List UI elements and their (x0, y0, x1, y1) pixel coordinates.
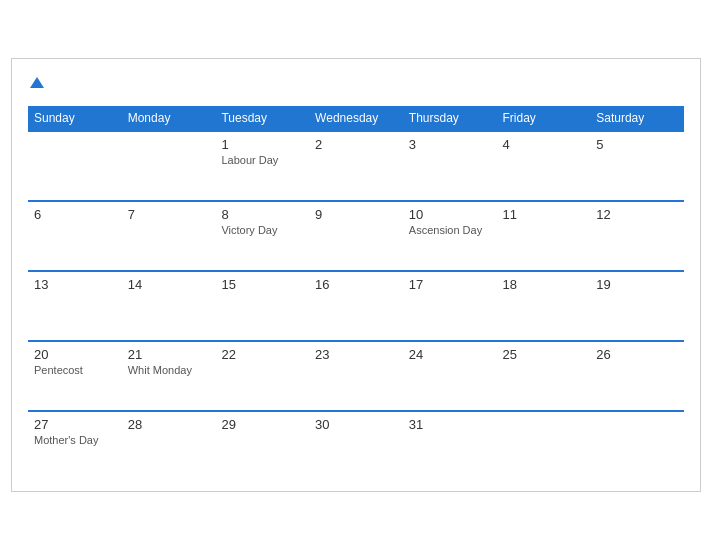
day-cell: 17 (403, 271, 497, 341)
day-number: 27 (34, 417, 116, 432)
day-cell: 30 (309, 411, 403, 481)
weekday-sunday: Sunday (28, 106, 122, 131)
day-number: 15 (221, 277, 303, 292)
day-number: 14 (128, 277, 210, 292)
weekday-friday: Friday (497, 106, 591, 131)
day-cell: 9 (309, 201, 403, 271)
day-number: 3 (409, 137, 491, 152)
day-cell: 19 (590, 271, 684, 341)
day-cell: 28 (122, 411, 216, 481)
day-cell: 3 (403, 131, 497, 201)
day-cell: 12 (590, 201, 684, 271)
day-number: 5 (596, 137, 678, 152)
day-number: 2 (315, 137, 397, 152)
week-row-4: 27Mother's Day28293031 (28, 411, 684, 481)
day-number: 1 (221, 137, 303, 152)
day-cell (497, 411, 591, 481)
weekday-header-row: SundayMondayTuesdayWednesdayThursdayFrid… (28, 106, 684, 131)
day-number: 11 (503, 207, 585, 222)
day-number: 19 (596, 277, 678, 292)
week-row-3: 20Pentecost21Whit Monday2223242526 (28, 341, 684, 411)
day-cell: 26 (590, 341, 684, 411)
calendar: SundayMondayTuesdayWednesdayThursdayFrid… (11, 58, 701, 492)
day-cell: 15 (215, 271, 309, 341)
day-cell: 22 (215, 341, 309, 411)
day-cell: 13 (28, 271, 122, 341)
day-cell: 11 (497, 201, 591, 271)
holiday-name: Pentecost (34, 364, 116, 376)
weekday-tuesday: Tuesday (215, 106, 309, 131)
day-cell: 27Mother's Day (28, 411, 122, 481)
logo-triangle-icon (30, 77, 44, 88)
day-number: 29 (221, 417, 303, 432)
week-row-0: 1Labour Day2345 (28, 131, 684, 201)
day-number: 8 (221, 207, 303, 222)
day-cell: 14 (122, 271, 216, 341)
day-cell: 24 (403, 341, 497, 411)
holiday-name: Whit Monday (128, 364, 210, 376)
day-number: 31 (409, 417, 491, 432)
day-number: 28 (128, 417, 210, 432)
day-number: 17 (409, 277, 491, 292)
logo (28, 75, 44, 92)
week-row-2: 13141516171819 (28, 271, 684, 341)
day-number: 16 (315, 277, 397, 292)
day-number: 23 (315, 347, 397, 362)
weekday-thursday: Thursday (403, 106, 497, 131)
day-cell: 20Pentecost (28, 341, 122, 411)
holiday-name: Labour Day (221, 154, 303, 166)
day-cell: 6 (28, 201, 122, 271)
day-number: 12 (596, 207, 678, 222)
weekday-monday: Monday (122, 106, 216, 131)
day-cell: 18 (497, 271, 591, 341)
day-cell: 8Victory Day (215, 201, 309, 271)
calendar-header (28, 75, 684, 92)
day-cell: 4 (497, 131, 591, 201)
logo-blue-text (28, 75, 44, 92)
holiday-name: Victory Day (221, 224, 303, 236)
day-cell (590, 411, 684, 481)
holiday-name: Ascension Day (409, 224, 491, 236)
day-cell: 31 (403, 411, 497, 481)
day-cell: 16 (309, 271, 403, 341)
day-number: 26 (596, 347, 678, 362)
day-number: 13 (34, 277, 116, 292)
day-number: 24 (409, 347, 491, 362)
day-cell: 10Ascension Day (403, 201, 497, 271)
day-cell: 29 (215, 411, 309, 481)
calendar-table: SundayMondayTuesdayWednesdayThursdayFrid… (28, 106, 684, 481)
day-number: 18 (503, 277, 585, 292)
day-cell: 23 (309, 341, 403, 411)
day-cell: 1Labour Day (215, 131, 309, 201)
day-number: 4 (503, 137, 585, 152)
week-row-1: 678Victory Day910Ascension Day1112 (28, 201, 684, 271)
day-number: 21 (128, 347, 210, 362)
weekday-saturday: Saturday (590, 106, 684, 131)
day-cell: 21Whit Monday (122, 341, 216, 411)
day-cell: 25 (497, 341, 591, 411)
day-cell (122, 131, 216, 201)
day-cell: 7 (122, 201, 216, 271)
day-number: 7 (128, 207, 210, 222)
day-cell (28, 131, 122, 201)
day-cell: 5 (590, 131, 684, 201)
day-number: 10 (409, 207, 491, 222)
day-number: 30 (315, 417, 397, 432)
day-number: 25 (503, 347, 585, 362)
holiday-name: Mother's Day (34, 434, 116, 446)
day-number: 20 (34, 347, 116, 362)
day-cell: 2 (309, 131, 403, 201)
day-number: 9 (315, 207, 397, 222)
day-number: 22 (221, 347, 303, 362)
weekday-wednesday: Wednesday (309, 106, 403, 131)
day-number: 6 (34, 207, 116, 222)
